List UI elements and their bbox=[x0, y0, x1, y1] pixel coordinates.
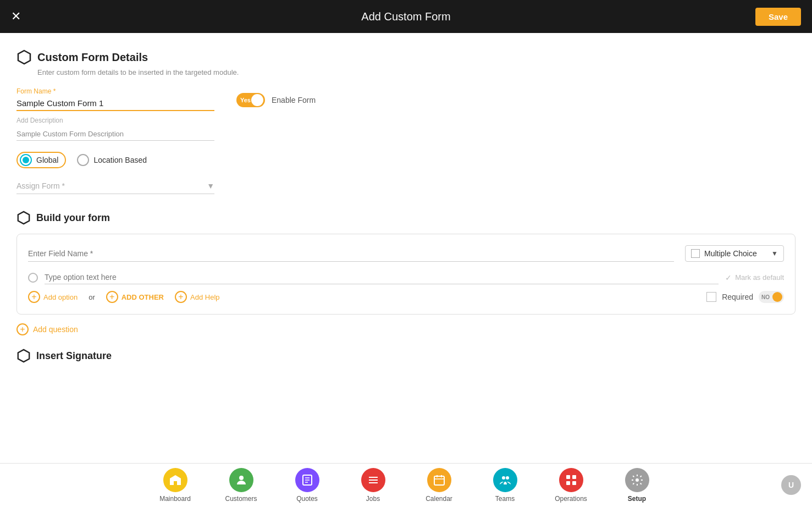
option-text-input[interactable] bbox=[45, 271, 719, 284]
required-checkbox[interactable] bbox=[706, 292, 716, 302]
required-toggle[interactable]: NO bbox=[759, 291, 784, 303]
build-hexagon-icon bbox=[16, 211, 31, 225]
global-radio[interactable] bbox=[20, 154, 32, 166]
toggle-yes-label: Yes bbox=[240, 97, 251, 103]
svg-rect-18 bbox=[572, 475, 576, 479]
form-name-row: Form Name * Yes Enable Form bbox=[16, 87, 796, 111]
teams-icon bbox=[493, 468, 517, 492]
svg-rect-11 bbox=[434, 476, 444, 485]
calendar-icon bbox=[427, 468, 451, 492]
add-other-button[interactable]: + ADD OTHER bbox=[106, 291, 164, 303]
customers-icon bbox=[229, 468, 253, 492]
teams-label: Teams bbox=[495, 495, 515, 503]
add-question-label: Add question bbox=[33, 325, 78, 334]
mainboard-label: Mainboard bbox=[159, 495, 191, 503]
setup-label: Setup bbox=[628, 495, 646, 503]
add-question-button[interactable]: + Add question bbox=[16, 323, 78, 335]
location-based-option[interactable]: Location Based bbox=[77, 154, 147, 166]
description-label: Add Description bbox=[16, 117, 214, 124]
toggle-knob bbox=[251, 94, 263, 106]
nav-item-quotes[interactable]: Quotes bbox=[274, 464, 340, 507]
jobs-label: Jobs bbox=[366, 495, 380, 503]
setup-icon bbox=[625, 468, 649, 492]
global-option[interactable]: Global bbox=[16, 152, 66, 168]
add-option-button[interactable]: + Add option bbox=[28, 291, 78, 303]
field-type-selector[interactable]: Multiple Choice ▼ bbox=[685, 245, 784, 262]
add-help-circle-icon: + bbox=[175, 291, 187, 303]
nav-item-setup[interactable]: Setup bbox=[604, 464, 670, 507]
required-toggle-knob bbox=[772, 292, 782, 302]
field-type-label: Multiple Choice bbox=[704, 249, 767, 258]
add-other-label: ADD OTHER bbox=[121, 293, 164, 301]
build-form-section: Build your form Multiple Choice ▼ ✓ Mark… bbox=[16, 211, 796, 335]
customers-label: Customers bbox=[225, 495, 257, 503]
nav-item-operations[interactable]: Operations bbox=[538, 464, 604, 507]
svg-rect-20 bbox=[572, 481, 576, 485]
main-content: Custom Form Details Enter custom form de… bbox=[0, 33, 812, 463]
operations-icon bbox=[559, 468, 583, 492]
location-based-label: Location Based bbox=[93, 156, 147, 164]
operations-label: Operations bbox=[555, 495, 587, 503]
scope-radio-group: Global Location Based bbox=[16, 152, 796, 168]
description-input[interactable] bbox=[16, 128, 214, 141]
nav-item-calendar[interactable]: Calendar bbox=[406, 464, 472, 507]
calendar-label: Calendar bbox=[426, 495, 452, 503]
assign-form-dropdown[interactable]: Assign Form * ▼ bbox=[16, 178, 214, 194]
quotes-icon bbox=[295, 468, 319, 492]
svg-rect-19 bbox=[566, 481, 570, 485]
page-title: Add Custom Form bbox=[361, 10, 450, 23]
signature-hexagon-icon bbox=[16, 349, 31, 363]
form-name-input[interactable] bbox=[16, 96, 214, 111]
form-card: Multiple Choice ▼ ✓ Mark as default + bbox=[16, 234, 796, 315]
bottom-nav: Mainboard Customers Quotes Jobs Calendar… bbox=[0, 463, 812, 507]
svg-rect-17 bbox=[566, 475, 570, 479]
option-radio bbox=[28, 273, 38, 283]
svg-marker-0 bbox=[18, 51, 30, 64]
build-form-title: Build your form bbox=[36, 212, 110, 224]
mark-default-group: ✓ Mark as default bbox=[725, 273, 784, 282]
assign-form-arrow-icon: ▼ bbox=[207, 181, 214, 190]
add-option-label: Add option bbox=[43, 293, 78, 301]
form-name-group: Form Name * bbox=[16, 87, 214, 111]
close-button[interactable]: ✕ bbox=[11, 10, 21, 23]
enable-form-label: Enable Form bbox=[272, 96, 316, 104]
svg-marker-1 bbox=[18, 212, 29, 224]
nav-item-teams[interactable]: Teams bbox=[472, 464, 538, 507]
form-name-label: Form Name * bbox=[16, 87, 214, 95]
add-help-label: Add Help bbox=[190, 293, 219, 301]
mainboard-icon bbox=[163, 468, 187, 492]
add-option-circle-icon: + bbox=[28, 291, 40, 303]
required-label: Required bbox=[722, 293, 753, 301]
quotes-label: Quotes bbox=[296, 495, 318, 503]
check-icon: ✓ bbox=[725, 273, 732, 282]
nav-item-mainboard[interactable]: Mainboard bbox=[142, 464, 208, 507]
add-help-button[interactable]: + Add Help bbox=[175, 291, 219, 303]
nav-item-customers[interactable]: Customers bbox=[208, 464, 274, 507]
svg-marker-2 bbox=[18, 350, 29, 362]
or-text: or bbox=[89, 293, 95, 301]
type-arrow-icon: ▼ bbox=[771, 250, 778, 257]
section-subtitle: Enter custom form details to be inserted… bbox=[37, 68, 796, 76]
enable-form-toggle[interactable]: Yes bbox=[236, 93, 265, 107]
save-button[interactable]: Save bbox=[755, 8, 801, 26]
nav-item-jobs[interactable]: Jobs bbox=[340, 464, 406, 507]
app-header: ✕ Add Custom Form Save bbox=[0, 0, 812, 33]
svg-point-3 bbox=[239, 476, 244, 480]
add-option-row: + Add option or + ADD OTHER + Add Help bbox=[28, 291, 220, 303]
hexagon-icon bbox=[16, 49, 32, 65]
svg-point-15 bbox=[502, 476, 505, 480]
svg-point-21 bbox=[636, 478, 639, 482]
user-avatar[interactable]: U bbox=[781, 475, 801, 495]
field-name-input[interactable] bbox=[28, 246, 674, 262]
add-question-circle-icon: + bbox=[16, 323, 29, 335]
section-title: Custom Form Details bbox=[37, 51, 148, 64]
option-row: ✓ Mark as default bbox=[28, 271, 784, 284]
global-radio-inner bbox=[23, 157, 29, 163]
location-based-radio[interactable] bbox=[77, 154, 89, 166]
field-row: Multiple Choice ▼ bbox=[28, 245, 784, 262]
mark-default-label: Mark as default bbox=[735, 273, 784, 282]
enable-form-group: Yes Enable Form bbox=[236, 93, 316, 107]
add-other-circle-icon: + bbox=[106, 291, 118, 303]
add-option-required-row: + Add option or + ADD OTHER + Add Help bbox=[28, 291, 784, 303]
insert-signature-title: Insert Signature bbox=[36, 350, 112, 362]
